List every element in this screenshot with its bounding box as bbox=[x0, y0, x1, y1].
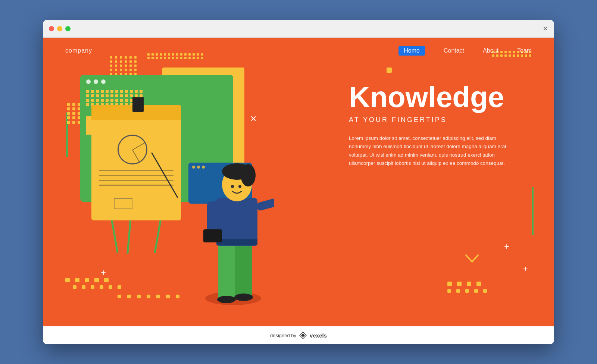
screen-dots-row bbox=[80, 75, 233, 88]
plus-icon-2: + bbox=[504, 241, 509, 252]
easel-lines bbox=[99, 170, 174, 189]
deco-yellow-sq-1 bbox=[387, 68, 392, 73]
nav-logo: company bbox=[65, 47, 92, 54]
easel-line-4 bbox=[99, 185, 174, 186]
svg-point-3 bbox=[217, 296, 236, 303]
svg-point-14 bbox=[231, 185, 234, 188]
vexels-diamond-icon bbox=[299, 332, 307, 339]
cross-icon: ✕ bbox=[250, 114, 257, 124]
hero-body: Lorem ipsum dolor sit amet, consectetuer… bbox=[349, 134, 513, 167]
nav-link-about[interactable]: About bbox=[483, 47, 498, 54]
svg-marker-17 bbox=[301, 333, 305, 337]
svg-point-4 bbox=[234, 294, 253, 301]
svg-rect-8 bbox=[203, 229, 222, 242]
hero-title: Knowledge bbox=[349, 82, 532, 112]
dot-red[interactable] bbox=[49, 26, 54, 31]
screen-dot-3 bbox=[101, 79, 106, 84]
easel-line-3 bbox=[99, 180, 174, 181]
dot-yellow[interactable] bbox=[57, 26, 62, 31]
easel-circle-drawing bbox=[118, 135, 147, 164]
page-content: company Home Contact About Team bbox=[43, 38, 554, 326]
browser-chrome: ✕ bbox=[43, 20, 554, 38]
svg-point-13 bbox=[241, 164, 256, 186]
svg-rect-2 bbox=[235, 241, 252, 298]
plus-icon-3: + bbox=[523, 264, 528, 274]
deco-scatter-bottom-left bbox=[65, 278, 121, 289]
browser-window: ✕ company Home Contact About Team bbox=[43, 20, 554, 344]
footer: designed by vexels bbox=[43, 326, 554, 344]
deco-line-right bbox=[532, 187, 534, 235]
deco-scatter-mid bbox=[118, 295, 179, 298]
dot-green[interactable] bbox=[65, 26, 71, 31]
browser-dots bbox=[49, 26, 71, 31]
easel bbox=[88, 97, 185, 254]
easel-fold-top bbox=[132, 97, 144, 112]
window-dot-1 bbox=[192, 166, 195, 169]
svg-rect-9 bbox=[256, 195, 274, 211]
nav-link-team[interactable]: Team bbox=[517, 47, 532, 54]
navigation: company Home Contact About Team bbox=[43, 38, 554, 64]
easel-small-rect bbox=[114, 198, 132, 209]
svg-rect-1 bbox=[218, 241, 235, 300]
screen-dot-1 bbox=[86, 79, 91, 84]
svg-point-15 bbox=[238, 185, 241, 188]
nav-link-home[interactable]: Home bbox=[398, 46, 425, 56]
svg-rect-6 bbox=[216, 239, 257, 245]
deco-scatter-bottom-right bbox=[447, 282, 487, 293]
hero-subtitle: AT YOUR FINGERTIPS bbox=[349, 116, 532, 124]
footer-designed-by: designed by bbox=[270, 333, 296, 338]
close-icon[interactable]: ✕ bbox=[543, 25, 548, 33]
person-figure bbox=[200, 129, 274, 308]
screen-dot-2 bbox=[94, 79, 98, 84]
nav-links: Home Contact About Team bbox=[398, 46, 532, 56]
nav-link-contact[interactable]: Contact bbox=[444, 47, 464, 54]
hero-text-block: Knowledge AT YOUR FINGERTIPS Lorem ipsum… bbox=[349, 82, 532, 167]
chevron-down-icon[interactable] bbox=[465, 254, 479, 267]
easel-board bbox=[91, 105, 181, 220]
easel-line-2 bbox=[99, 175, 174, 176]
plus-icon-1: + bbox=[101, 267, 106, 278]
footer-brand: vexels bbox=[310, 332, 327, 339]
